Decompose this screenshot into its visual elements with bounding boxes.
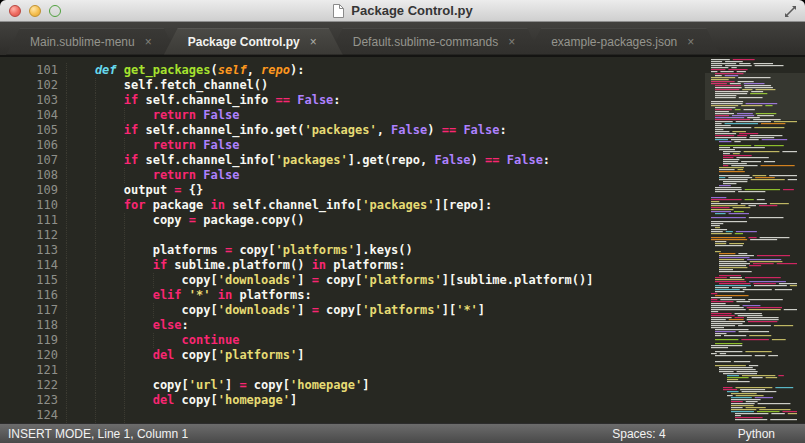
- indent-guide: [124, 273, 153, 288]
- tab-main-sublime-menu[interactable]: Main.sublime-menu×: [6, 28, 178, 55]
- gutter: 1011021031041051061071081091101111121131…: [0, 63, 58, 423]
- indent-guide: [95, 123, 124, 138]
- close-button[interactable]: [9, 5, 21, 17]
- indent-guide: [66, 288, 95, 303]
- fullscreen-button[interactable]: [783, 4, 799, 20]
- code-line[interactable]: copy['downloads'] = copy['platforms'][su…: [66, 273, 593, 288]
- indent-guide: [66, 303, 95, 318]
- code-line[interactable]: platforms = copy['platforms'].keys(): [66, 243, 593, 258]
- code-line[interactable]: del copy['platforms']: [66, 348, 593, 363]
- tab-default-sublime-commands[interactable]: Default.sublime-commands×: [329, 28, 541, 55]
- tab-label: Main.sublime-menu: [30, 35, 135, 49]
- line-number: 105: [0, 123, 58, 138]
- line-number: 106: [0, 138, 58, 153]
- indent-guide: [66, 258, 95, 273]
- line-number: 118: [0, 318, 58, 333]
- indent-guide: [66, 333, 95, 348]
- code-line[interactable]: return False: [66, 168, 593, 183]
- code-line[interactable]: output = {}: [66, 183, 593, 198]
- indent-guide: [66, 318, 95, 333]
- indent-guide: [95, 378, 124, 393]
- tab-package-control-py[interactable]: Package Control.py×: [164, 28, 343, 55]
- indent-guide: [66, 228, 95, 243]
- indent-guide: [124, 108, 153, 123]
- indent-guide: [124, 258, 153, 273]
- line-number: 117: [0, 303, 58, 318]
- indent-guide: [124, 393, 153, 408]
- indent-guide: [95, 333, 124, 348]
- line-number: 112: [0, 228, 58, 243]
- indent-guide: [66, 363, 95, 378]
- indent-guide: [95, 93, 124, 108]
- indent-guide: [95, 303, 124, 318]
- code-line[interactable]: copy['downloads'] = copy['platforms']['*…: [66, 303, 593, 318]
- line-number: 101: [0, 63, 58, 78]
- minimize-button[interactable]: [29, 5, 41, 17]
- code-line[interactable]: def get_packages(self, repo):: [66, 63, 593, 78]
- tab-close-icon[interactable]: ×: [508, 35, 515, 49]
- tab-example-packages-json[interactable]: example-packages.json×: [527, 28, 720, 55]
- code-line[interactable]: copy = package.copy(): [66, 213, 593, 228]
- code-line[interactable]: [66, 228, 593, 243]
- code-line[interactable]: copy['url'] = copy['homepage']: [66, 378, 593, 393]
- line-number: 103: [0, 93, 58, 108]
- indent-guide: [95, 288, 124, 303]
- editor: 1011021031041051061071081091101111121131…: [0, 57, 805, 423]
- indent-guide: [95, 273, 124, 288]
- indent-guide: [95, 243, 124, 258]
- line-number: 111: [0, 213, 58, 228]
- titlebar[interactable]: Package Control.py: [0, 0, 805, 22]
- code-line[interactable]: return False: [66, 108, 593, 123]
- code-line[interactable]: if self.channel_info.get('packages', Fal…: [66, 123, 593, 138]
- indent-guide: [66, 393, 95, 408]
- tab-label: Default.sublime-commands: [353, 35, 498, 49]
- indent-guide: [95, 213, 124, 228]
- status-syntax[interactable]: Python: [738, 427, 775, 441]
- app-window: Package Control.py Main.sublime-menu×Pac…: [0, 0, 805, 443]
- indent-guide: [66, 213, 95, 228]
- code-area[interactable]: def get_packages(self, repo):self.fetch_…: [66, 63, 593, 423]
- status-indentation[interactable]: Spaces: 4: [612, 427, 665, 441]
- code-line[interactable]: if sublime.platform() in platforms:: [66, 258, 593, 273]
- code-line[interactable]: continue: [66, 333, 593, 348]
- tab-close-icon[interactable]: ×: [687, 35, 694, 49]
- line-number: 121: [0, 363, 58, 378]
- indent-guide: [66, 108, 95, 123]
- code-line[interactable]: return False: [66, 138, 593, 153]
- indent-guide: [66, 408, 95, 423]
- indent-guide: [66, 63, 95, 78]
- code-line[interactable]: if self.channel_info == False:: [66, 93, 593, 108]
- code-line[interactable]: [66, 363, 593, 378]
- indent-guide: [95, 153, 124, 168]
- code-line[interactable]: del copy['homepage']: [66, 393, 593, 408]
- tab-close-icon[interactable]: ×: [145, 35, 152, 49]
- indent-guide: [124, 408, 153, 423]
- line-number: 119: [0, 333, 58, 348]
- code-line[interactable]: [66, 408, 593, 423]
- indent-guide: [66, 78, 95, 93]
- expand-arrows-icon: [783, 4, 798, 19]
- indent-guide: [95, 138, 124, 153]
- line-number: 115: [0, 273, 58, 288]
- indent-guide: [153, 333, 182, 348]
- indent-guide: [124, 228, 153, 243]
- line-number: 108: [0, 168, 58, 183]
- indent-guide: [95, 318, 124, 333]
- status-bar: INSERT MODE, Line 1, Column 1 Spaces: 4 …: [0, 423, 805, 443]
- line-number: 124: [0, 408, 58, 423]
- code-line[interactable]: self.fetch_channel(): [66, 78, 593, 93]
- tab-bar: Main.sublime-menu×Package Control.py×Def…: [0, 22, 805, 57]
- minimap[interactable]: [705, 57, 805, 423]
- line-number: 122: [0, 378, 58, 393]
- indent-guide: [66, 243, 95, 258]
- zoom-button[interactable]: [49, 5, 61, 17]
- code-line[interactable]: elif '*' in platforms:: [66, 288, 593, 303]
- indent-guide: [124, 138, 153, 153]
- code-line[interactable]: else:: [66, 318, 593, 333]
- indent-guide: [95, 363, 124, 378]
- indent-guide: [66, 138, 95, 153]
- window-title: Package Control.py: [351, 3, 472, 18]
- code-line[interactable]: if self.channel_info['packages'].get(rep…: [66, 153, 593, 168]
- tab-close-icon[interactable]: ×: [310, 35, 317, 49]
- code-line[interactable]: for package in self.channel_info['packag…: [66, 198, 593, 213]
